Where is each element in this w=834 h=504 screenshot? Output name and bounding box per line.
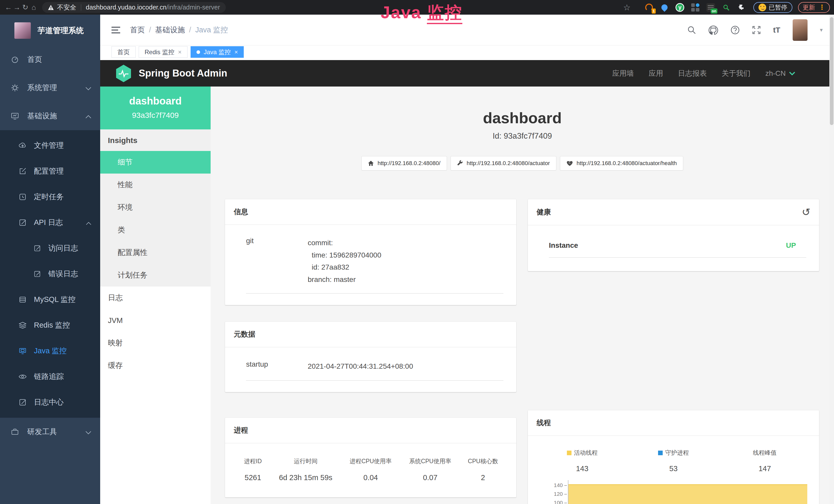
breadcrumb: 首页 / 基础设施 / Java 监控 <box>130 25 228 35</box>
help-icon[interactable] <box>730 25 740 35</box>
browser-menu-icon[interactable]: ⋮ <box>818 3 825 11</box>
scrollbar-thumb[interactable] <box>830 17 833 125</box>
sidebar-item-access-log[interactable]: 访问日志 <box>0 235 100 261</box>
history-task-icon <box>19 193 27 201</box>
bookmark-star-icon[interactable]: ☆ <box>623 3 631 12</box>
sidebar-item-redis-monitor[interactable]: Redis 监控 <box>0 313 100 338</box>
dashboard-icon <box>11 55 19 64</box>
sidebar-item-home[interactable]: 首页 <box>0 45 100 74</box>
database-icon <box>19 296 27 304</box>
sidebar-item-scheduled-jobs[interactable]: 定时任务 <box>0 184 100 210</box>
sba-menu-jvm[interactable]: JVM <box>100 309 211 332</box>
sba-brand[interactable]: Spring Boot Admin <box>115 64 227 83</box>
sba-content: dashboard Id: 93a3fc7f7409 http://192.16… <box>211 87 834 504</box>
daemon-threads-swatch <box>658 451 663 455</box>
tab-redis-monitor[interactable]: Redis 监控 × <box>139 46 188 58</box>
breadcrumb-home[interactable]: 首页 <box>130 25 145 35</box>
breadcrumb-infra[interactable]: 基础设施 <box>155 25 185 35</box>
sba-locale-select[interactable]: zh-CN <box>765 69 795 77</box>
update-button[interactable]: 更新 ⋮ <box>798 2 830 13</box>
security-label[interactable]: 不安全 <box>57 3 76 12</box>
app-title: 芋道管理系统 <box>38 25 84 36</box>
actuator-url-link[interactable]: http://192.168.0.2:48080/actuator <box>451 156 556 170</box>
sidebar-item-api-log[interactable]: API 日志 <box>0 210 100 235</box>
info-key: git <box>246 237 308 285</box>
edit-icon <box>19 167 27 175</box>
home-icon[interactable]: ⌂ <box>29 0 38 15</box>
sidebar-item-system[interactable]: 系统管理 <box>0 74 100 102</box>
paused-profile-chip[interactable]: 已暂停 <box>753 2 792 13</box>
hamburger-icon[interactable] <box>111 27 120 33</box>
health-instance-label: Instance <box>549 241 578 250</box>
sba-instance-header[interactable]: dashboard 93a3fc7f7409 <box>100 87 211 130</box>
extension-on-badge: on <box>711 8 717 14</box>
peak-threads-value: 147 <box>759 464 771 473</box>
heartbeat-icon <box>566 160 573 166</box>
sba-nav-wallboard[interactable]: 应用墙 <box>612 69 634 78</box>
sba-menu-classes[interactable]: 类 <box>100 219 211 241</box>
profile-emoji-icon <box>759 4 766 11</box>
sba-menu-environment[interactable]: 环境 <box>100 196 211 219</box>
health-card: 健康 ↺ Instance UP <box>528 199 819 271</box>
log-icon <box>19 398 27 407</box>
forward-icon[interactable]: → <box>13 0 21 15</box>
page-scrollbar[interactable] <box>829 15 834 504</box>
fullscreen-icon[interactable] <box>752 26 761 35</box>
sidebar-item-file-manage[interactable]: 文件管理 <box>0 133 100 158</box>
live-threads-swatch <box>567 451 571 455</box>
back-icon[interactable]: ← <box>4 0 13 15</box>
divider <box>549 257 806 258</box>
app-logo[interactable]: 芋道管理系统 <box>0 15 100 45</box>
sba-menu-caches[interactable]: 缓存 <box>100 354 211 377</box>
close-icon[interactable]: × <box>178 48 182 56</box>
tab-java-monitor[interactable]: Java 监控 × <box>191 46 244 58</box>
search-icon[interactable] <box>687 26 696 35</box>
sidebar-item-dev-tools[interactable]: 研发工具 <box>0 418 100 446</box>
sba-menu-config-props[interactable]: 配置属性 <box>100 241 211 264</box>
sidebar-item-error-log[interactable]: 错误日志 <box>0 261 100 287</box>
process-pid: 5261 <box>235 474 270 482</box>
eye-icon <box>19 372 27 381</box>
close-icon[interactable]: × <box>234 48 238 56</box>
extensions-puzzle-icon[interactable] <box>737 3 746 12</box>
chevron-up-icon <box>85 112 91 120</box>
extension-sprout-icon[interactable] <box>722 3 731 12</box>
sba-menu-mappings[interactable]: 映射 <box>100 332 211 354</box>
divider <box>246 380 503 381</box>
reload-icon[interactable]: ↻ <box>21 0 29 15</box>
logo-avatar <box>14 22 31 39</box>
sidebar-item-java-monitor[interactable]: Java 监控 <box>0 338 100 364</box>
chevron-up-icon <box>86 219 91 227</box>
sidebar-item-infra[interactable]: 基础设施 <box>0 102 100 130</box>
sba-menu-scheduled[interactable]: 计划任务 <box>100 264 211 287</box>
extension-colorzilla-icon[interactable]: 1 <box>644 3 654 12</box>
sba-nav-journal[interactable]: 日志报表 <box>678 69 707 78</box>
tab-home[interactable]: 首页 <box>111 46 136 58</box>
service-url-link[interactable]: http://192.168.0.2:48080/ <box>361 156 447 170</box>
address-bar[interactable]: 不安全 dashboard.yudao.iocoder.cn/infra/adm… <box>42 2 226 13</box>
sidebar-item-mysql-monitor[interactable]: MySQL 监控 <box>0 287 100 313</box>
extension-pin-icon[interactable] <box>660 3 669 12</box>
sba-nav-applications[interactable]: 应用 <box>649 69 663 78</box>
history-icon[interactable]: ↺ <box>802 207 810 217</box>
sidebar-item-tracing[interactable]: 链路追踪 <box>0 364 100 389</box>
sba-menu-metrics[interactable]: 性能 <box>100 174 211 196</box>
font-size-icon[interactable]: tT <box>773 26 780 35</box>
sba-nav-about[interactable]: 关于我们 <box>722 69 750 78</box>
github-icon[interactable] <box>708 25 718 35</box>
health-url-link[interactable]: http://192.168.0.2:48080/actuator/health <box>560 156 683 170</box>
gear-icon <box>11 84 19 92</box>
extension-grid-icon[interactable] <box>691 3 700 12</box>
url-text[interactable]: dashboard.yudao.iocoder.cn/infra/admin-s… <box>86 4 220 11</box>
insights-label: Insights <box>100 130 211 151</box>
sidebar-item-log-center[interactable]: 日志中心 <box>0 389 100 415</box>
extension-switch-icon[interactable]: on <box>706 3 715 12</box>
sba-menu-logs[interactable]: 日志 <box>100 287 211 309</box>
extension-y-icon[interactable]: y <box>675 3 684 12</box>
sidebar-item-config-manage[interactable]: 配置管理 <box>0 158 100 184</box>
admin-sidebar: 芋道管理系统 首页 系统管理 基础设施 <box>0 15 100 504</box>
threads-card: 线程 活动线程 143 守护进程 <box>528 410 819 504</box>
user-avatar[interactable] <box>793 19 808 41</box>
sba-menu-details[interactable]: 细节 <box>100 151 211 174</box>
user-caret-icon[interactable]: ▾ <box>820 27 823 33</box>
